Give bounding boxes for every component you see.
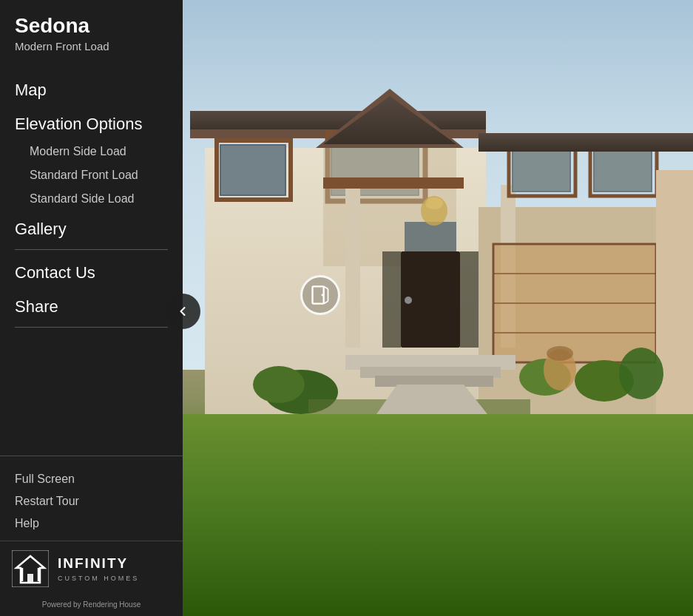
page-subtitle: Modern Front Load [15, 40, 168, 53]
svg-point-61 [322, 294, 324, 297]
svg-rect-37 [495, 246, 655, 361]
contact-us-link[interactable]: Contact Us [0, 254, 183, 288]
svg-rect-25 [382, 251, 401, 348]
svg-rect-46 [656, 133, 693, 152]
svg-rect-26 [460, 251, 479, 348]
svg-rect-31 [323, 177, 464, 189]
svg-point-53 [547, 346, 573, 361]
svg-rect-44 [479, 133, 682, 152]
svg-rect-39 [513, 149, 569, 191]
nav-body: Map Elevation Options Modern Side Load S… [0, 64, 183, 456]
main-view [183, 0, 693, 616]
nav-header: Sedona Modern Front Load [0, 0, 183, 64]
door-icon [310, 285, 331, 305]
svg-rect-23 [405, 222, 456, 251]
powered-by-text: Powered by Rendering House [0, 596, 183, 616]
svg-point-28 [425, 197, 443, 209]
brand-name: INFINITY CUSTOM HOMES [58, 554, 139, 583]
divider-2 [15, 327, 168, 328]
brand-logo-icon [12, 550, 49, 587]
door-hotspot[interactable] [300, 275, 340, 315]
brand-area: INFINITY CUSTOM HOMES [0, 541, 183, 596]
navigation-panel: Sedona Modern Front Load Map Elevation O… [0, 0, 183, 616]
elevation-options-heading[interactable]: Elevation Options [0, 106, 183, 140]
nav-footer: Full Screen Restart Tour Help [0, 456, 183, 541]
elevation-standard-front-load[interactable]: Standard Front Load [0, 163, 183, 187]
divider-1 [15, 249, 168, 250]
svg-point-51 [619, 348, 663, 399]
fullscreen-button[interactable]: Full Screen [15, 468, 168, 490]
svg-rect-59 [183, 414, 693, 616]
elevation-standard-side-load[interactable]: Standard Side Load [0, 187, 183, 211]
svg-rect-42 [595, 149, 651, 191]
map-link[interactable]: Map [0, 72, 183, 106]
chevron-left-icon [175, 304, 190, 319]
svg-rect-29 [345, 185, 360, 348]
page-title: Sedona [15, 13, 168, 38]
gallery-link[interactable]: Gallery [0, 211, 183, 245]
svg-rect-14 [221, 146, 285, 194]
share-link[interactable]: Share [0, 288, 183, 322]
house-render-svg [183, 0, 693, 616]
svg-point-24 [405, 297, 412, 304]
svg-point-48 [253, 366, 305, 403]
elevation-modern-side-load[interactable]: Modern Side Load [0, 140, 183, 163]
collapse-panel-button[interactable] [165, 294, 200, 329]
help-button[interactable]: Help [15, 512, 168, 535]
restart-tour-button[interactable]: Restart Tour [15, 490, 168, 512]
svg-rect-2 [27, 574, 33, 583]
